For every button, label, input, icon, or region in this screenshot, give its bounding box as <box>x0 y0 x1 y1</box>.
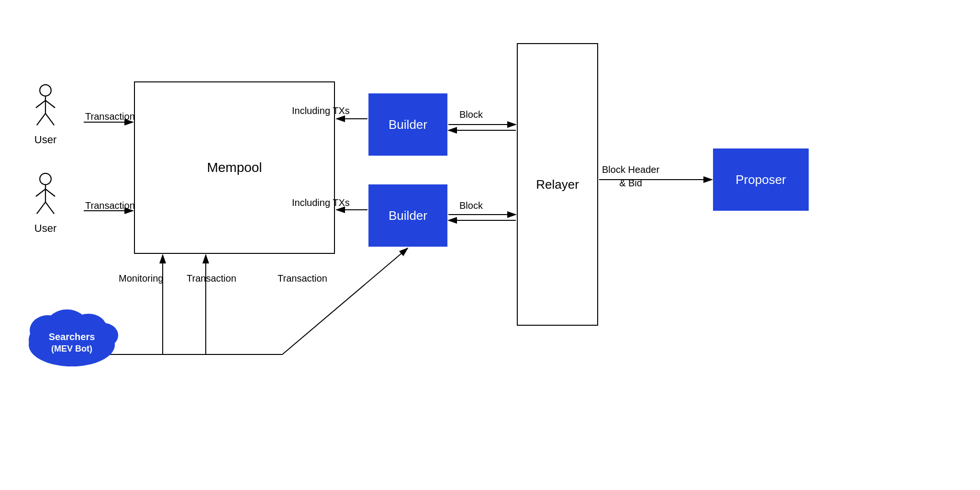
svg-line-19 <box>37 114 45 125</box>
svg-line-18 <box>45 101 55 108</box>
proposer-box: Proposer <box>713 148 809 211</box>
block1-label: Block <box>459 109 483 120</box>
searcher-tx2-label: Transaction <box>278 273 327 284</box>
block-header-bid-label: Block Header& Bid <box>602 163 659 190</box>
svg-point-21 <box>40 173 51 185</box>
svg-point-15 <box>40 85 51 96</box>
proposer-label: Proposer <box>735 172 786 187</box>
mempool-label: Mempool <box>207 160 262 175</box>
builder2-box: Builder <box>368 184 447 247</box>
builder1-label: Builder <box>389 117 427 132</box>
builder2-label: Builder <box>389 208 427 223</box>
including-txs2-label: Including TXs <box>292 197 350 208</box>
svg-line-23 <box>36 189 45 196</box>
svg-line-26 <box>45 202 54 214</box>
svg-line-20 <box>45 114 54 125</box>
monitoring-label: Monitoring <box>119 273 163 284</box>
block2-label: Block <box>459 200 483 211</box>
transaction1-label: Transaction <box>85 111 135 122</box>
svg-line-17 <box>36 101 45 108</box>
block-header-bid-text: Block Header& Bid <box>602 164 659 188</box>
svg-line-24 <box>45 189 55 196</box>
user2-label: User <box>34 222 56 235</box>
svg-line-13 <box>282 248 408 354</box>
user1-label: User <box>34 134 56 146</box>
searchers-cloud: Searchers (MEV Bot) <box>19 297 124 371</box>
user2-figure: User <box>31 172 60 235</box>
svg-line-25 <box>37 202 45 214</box>
svg-text:Searchers: Searchers <box>49 331 95 342</box>
user1-figure: User <box>31 84 60 146</box>
relayer-label: Relayer <box>536 177 579 192</box>
searcher-tx1-label: Transaction <box>187 273 236 284</box>
builder1-box: Builder <box>368 93 447 156</box>
diagram: User User Transaction Transaction Mempoo… <box>0 0 980 490</box>
including-txs1-label: Including TXs <box>292 105 350 116</box>
svg-text:(MEV Bot): (MEV Bot) <box>51 344 92 353</box>
relayer-box: Relayer <box>517 43 598 326</box>
transaction2-label: Transaction <box>85 200 135 211</box>
